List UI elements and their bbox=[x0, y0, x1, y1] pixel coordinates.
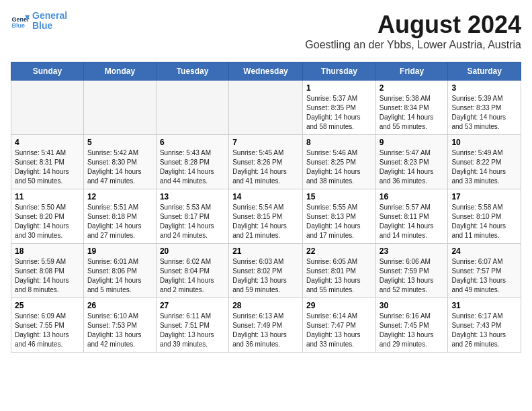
calendar-cell: 24Sunrise: 6:07 AM Sunset: 7:57 PM Dayli… bbox=[448, 244, 521, 298]
day-number: 31 bbox=[451, 301, 517, 310]
day-number: 28 bbox=[232, 301, 299, 310]
weekday-header-sunday: Sunday bbox=[11, 62, 84, 81]
day-info: Sunrise: 5:47 AM Sunset: 8:23 PM Dayligh… bbox=[380, 148, 445, 186]
day-info: Sunrise: 5:38 AM Sunset: 8:34 PM Dayligh… bbox=[380, 94, 445, 132]
calendar-cell: 6Sunrise: 5:43 AM Sunset: 8:28 PM Daylig… bbox=[156, 135, 228, 189]
calendar: SundayMondayTuesdayWednesdayThursdayFrid… bbox=[11, 62, 521, 353]
day-number: 17 bbox=[451, 192, 517, 201]
day-info: Sunrise: 5:51 AM Sunset: 8:18 PM Dayligh… bbox=[87, 203, 152, 240]
calendar-cell: 29Sunrise: 6:14 AM Sunset: 7:47 PM Dayli… bbox=[302, 298, 375, 353]
calendar-cell: 30Sunrise: 6:16 AM Sunset: 7:45 PM Dayli… bbox=[375, 298, 448, 353]
day-number: 19 bbox=[87, 246, 152, 256]
weekday-header-friday: Friday bbox=[375, 62, 448, 81]
calendar-cell: 19Sunrise: 6:01 AM Sunset: 8:06 PM Dayli… bbox=[83, 244, 156, 298]
calendar-cell: 23Sunrise: 6:06 AM Sunset: 7:59 PM Dayli… bbox=[375, 244, 448, 298]
title-section: August 2024 Goestling an der Ybbs, Lower… bbox=[305, 11, 521, 56]
day-number: 8 bbox=[306, 138, 372, 147]
day-number: 7 bbox=[232, 138, 299, 147]
day-number: 21 bbox=[232, 246, 299, 256]
day-info: Sunrise: 5:46 AM Sunset: 8:25 PM Dayligh… bbox=[306, 148, 372, 186]
day-number: 10 bbox=[451, 138, 517, 147]
calendar-cell: 9Sunrise: 5:47 AM Sunset: 8:23 PM Daylig… bbox=[375, 135, 448, 189]
calendar-cell bbox=[83, 81, 156, 135]
logo: General Blue General Blue bbox=[11, 11, 67, 32]
calendar-cell: 18Sunrise: 5:59 AM Sunset: 8:08 PM Dayli… bbox=[11, 244, 84, 298]
day-number: 15 bbox=[306, 192, 372, 201]
calendar-cell: 20Sunrise: 6:02 AM Sunset: 8:04 PM Dayli… bbox=[156, 244, 228, 298]
calendar-cell: 3Sunrise: 5:39 AM Sunset: 8:33 PM Daylig… bbox=[448, 81, 521, 135]
day-number: 11 bbox=[15, 192, 80, 201]
day-info: Sunrise: 6:01 AM Sunset: 8:06 PM Dayligh… bbox=[87, 257, 152, 295]
day-number: 14 bbox=[232, 192, 299, 201]
day-number: 22 bbox=[306, 246, 372, 256]
calendar-cell: 7Sunrise: 5:45 AM Sunset: 8:26 PM Daylig… bbox=[229, 135, 303, 189]
day-info: Sunrise: 5:58 AM Sunset: 8:10 PM Dayligh… bbox=[451, 203, 517, 240]
day-info: Sunrise: 6:07 AM Sunset: 7:57 PM Dayligh… bbox=[451, 257, 517, 295]
day-info: Sunrise: 5:39 AM Sunset: 8:33 PM Dayligh… bbox=[451, 94, 517, 132]
day-info: Sunrise: 6:09 AM Sunset: 7:55 PM Dayligh… bbox=[15, 312, 80, 349]
day-number: 20 bbox=[160, 246, 225, 256]
day-number: 26 bbox=[87, 301, 152, 310]
weekday-header-tuesday: Tuesday bbox=[156, 62, 228, 81]
day-info: Sunrise: 5:54 AM Sunset: 8:15 PM Dayligh… bbox=[232, 203, 299, 240]
day-info: Sunrise: 6:16 AM Sunset: 7:45 PM Dayligh… bbox=[380, 312, 445, 349]
weekday-header-saturday: Saturday bbox=[448, 62, 521, 81]
day-number: 30 bbox=[380, 301, 445, 310]
calendar-cell bbox=[11, 81, 84, 135]
calendar-cell bbox=[156, 81, 228, 135]
weekday-header-monday: Monday bbox=[83, 62, 156, 81]
calendar-cell: 28Sunrise: 6:13 AM Sunset: 7:49 PM Dayli… bbox=[229, 298, 303, 353]
weekday-header-wednesday: Wednesday bbox=[229, 62, 303, 81]
calendar-cell: 15Sunrise: 5:55 AM Sunset: 8:13 PM Dayli… bbox=[302, 189, 375, 244]
day-number: 3 bbox=[451, 83, 517, 93]
day-info: Sunrise: 5:57 AM Sunset: 8:11 PM Dayligh… bbox=[380, 203, 445, 240]
logo-name: General Blue bbox=[32, 11, 67, 32]
calendar-cell: 11Sunrise: 5:50 AM Sunset: 8:20 PM Dayli… bbox=[11, 189, 84, 244]
day-info: Sunrise: 6:13 AM Sunset: 7:49 PM Dayligh… bbox=[232, 312, 299, 349]
day-info: Sunrise: 6:17 AM Sunset: 7:43 PM Dayligh… bbox=[451, 312, 517, 349]
day-info: Sunrise: 5:55 AM Sunset: 8:13 PM Dayligh… bbox=[306, 203, 372, 240]
calendar-cell: 14Sunrise: 5:54 AM Sunset: 8:15 PM Dayli… bbox=[229, 189, 303, 244]
calendar-cell: 13Sunrise: 5:53 AM Sunset: 8:17 PM Dayli… bbox=[156, 189, 228, 244]
day-info: Sunrise: 5:49 AM Sunset: 8:22 PM Dayligh… bbox=[451, 148, 517, 186]
day-info: Sunrise: 5:41 AM Sunset: 8:31 PM Dayligh… bbox=[15, 148, 80, 186]
calendar-cell: 21Sunrise: 6:03 AM Sunset: 8:02 PM Dayli… bbox=[229, 244, 303, 298]
logo-line1: General bbox=[32, 10, 67, 21]
calendar-cell: 2Sunrise: 5:38 AM Sunset: 8:34 PM Daylig… bbox=[375, 81, 448, 135]
day-info: Sunrise: 5:37 AM Sunset: 8:35 PM Dayligh… bbox=[306, 94, 372, 132]
calendar-cell: 31Sunrise: 6:17 AM Sunset: 7:43 PM Dayli… bbox=[448, 298, 521, 353]
day-number: 16 bbox=[380, 192, 445, 201]
day-number: 29 bbox=[306, 301, 372, 310]
day-info: Sunrise: 6:05 AM Sunset: 8:01 PM Dayligh… bbox=[306, 257, 372, 295]
day-number: 24 bbox=[451, 246, 517, 256]
day-number: 9 bbox=[380, 138, 445, 147]
day-number: 4 bbox=[15, 138, 80, 147]
calendar-cell: 4Sunrise: 5:41 AM Sunset: 8:31 PM Daylig… bbox=[11, 135, 84, 189]
day-number: 23 bbox=[380, 246, 445, 256]
day-number: 5 bbox=[87, 138, 152, 147]
day-info: Sunrise: 5:53 AM Sunset: 8:17 PM Dayligh… bbox=[160, 203, 225, 240]
calendar-cell: 17Sunrise: 5:58 AM Sunset: 8:10 PM Dayli… bbox=[448, 189, 521, 244]
calendar-cell: 27Sunrise: 6:11 AM Sunset: 7:51 PM Dayli… bbox=[156, 298, 228, 353]
month-title: August 2024 bbox=[305, 11, 521, 39]
calendar-cell: 5Sunrise: 5:42 AM Sunset: 8:30 PM Daylig… bbox=[83, 135, 156, 189]
day-info: Sunrise: 5:43 AM Sunset: 8:28 PM Dayligh… bbox=[160, 148, 225, 186]
day-info: Sunrise: 5:45 AM Sunset: 8:26 PM Dayligh… bbox=[232, 148, 299, 186]
day-info: Sunrise: 5:50 AM Sunset: 8:20 PM Dayligh… bbox=[15, 203, 80, 240]
day-number: 12 bbox=[87, 192, 152, 201]
day-number: 1 bbox=[306, 83, 372, 93]
day-number: 13 bbox=[160, 192, 225, 201]
calendar-cell: 26Sunrise: 6:10 AM Sunset: 7:53 PM Dayli… bbox=[83, 298, 156, 353]
day-number: 6 bbox=[160, 138, 225, 147]
calendar-cell: 10Sunrise: 5:49 AM Sunset: 8:22 PM Dayli… bbox=[448, 135, 521, 189]
calendar-cell bbox=[229, 81, 303, 135]
day-info: Sunrise: 6:10 AM Sunset: 7:53 PM Dayligh… bbox=[87, 312, 152, 349]
day-info: Sunrise: 6:03 AM Sunset: 8:02 PM Dayligh… bbox=[232, 257, 299, 295]
day-info: Sunrise: 5:42 AM Sunset: 8:30 PM Dayligh… bbox=[87, 148, 152, 186]
calendar-cell: 12Sunrise: 5:51 AM Sunset: 8:18 PM Dayli… bbox=[83, 189, 156, 244]
day-number: 25 bbox=[15, 301, 80, 310]
calendar-cell: 25Sunrise: 6:09 AM Sunset: 7:55 PM Dayli… bbox=[11, 298, 84, 353]
day-info: Sunrise: 5:59 AM Sunset: 8:08 PM Dayligh… bbox=[15, 257, 80, 295]
day-number: 2 bbox=[380, 83, 445, 93]
subtitle: Goestling an der Ybbs, Lower Austria, Au… bbox=[305, 39, 521, 51]
